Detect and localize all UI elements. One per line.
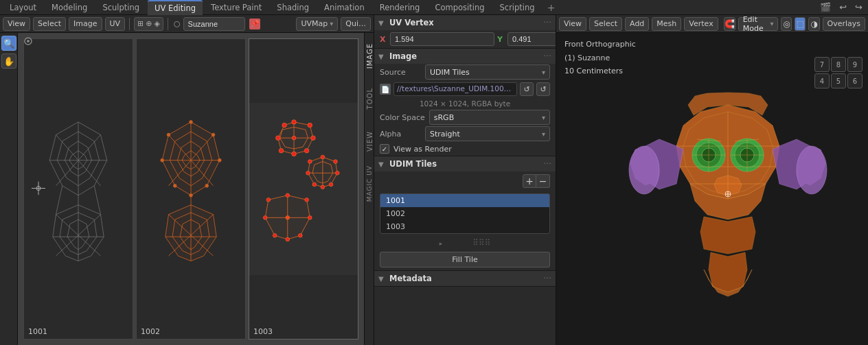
image-menu[interactable]: Image — [69, 17, 102, 31]
image-section-header[interactable]: ▼ Image ··· — [374, 49, 556, 64]
dropdown-arrow: ▾ — [542, 69, 545, 76]
svg-point-1 — [27, 40, 30, 43]
color-space-dropdown[interactable]: sRGB ▾ — [429, 110, 550, 125]
navigate-icon[interactable] — [23, 36, 34, 47]
3d-mesh-menu[interactable]: Mesh — [652, 17, 681, 31]
tile-1002[interactable]: 1002 — [136, 38, 246, 340]
file-path-field[interactable]: //textures\Suzanne_UDIM.1001.png — [393, 82, 517, 96]
tab-layout[interactable]: Layout — [3, 0, 43, 15]
tab-shading[interactable]: Shading — [270, 0, 316, 15]
uv-editor: View Select Image UV ⊞ ⊕ ◈ ○ 📌 UVMap ▾ — [0, 15, 374, 345]
scene-selector[interactable]: 🎬 — [817, 1, 834, 13]
properties-panel: ▼ UV Vertex ··· X Y ▼ Image ··· — [374, 15, 556, 345]
uv-menu[interactable]: UV — [105, 17, 126, 31]
viewport-shading-1[interactable]: ◎ — [781, 17, 792, 31]
zoom-tool[interactable]: 🔍 — [1, 36, 16, 51]
uv-magic-tab[interactable]: Magic UV — [365, 163, 374, 204]
edit-mode-select[interactable]: Edit Mode ▾ — [738, 17, 779, 31]
udim-item-1002[interactable]: 1002 — [380, 207, 549, 220]
alpha-dropdown[interactable]: Straight ▾ — [425, 126, 550, 141]
view3d-canvas[interactable]: Front Orthographic (1) Suzanne 10 Centim… — [556, 33, 868, 345]
source-row: Source UDIM Tiles ▾ — [374, 64, 556, 80]
numpad-5[interactable]: 5 — [831, 73, 846, 88]
svg-point-50 — [308, 123, 312, 128]
svg-point-64 — [335, 171, 339, 175]
3d-view-menu[interactable]: View — [559, 17, 586, 31]
uv-side-tabs: Image Tool View Magic UV — [364, 33, 374, 345]
source-dropdown[interactable]: UDIM Tiles ▾ — [425, 64, 550, 80]
pin-icon[interactable]: 📌 — [249, 19, 260, 29]
3d-snap-icon[interactable]: 🧲 — [724, 17, 735, 31]
add-workspace-button[interactable]: + — [543, 1, 560, 14]
udim-section-header[interactable]: ▼ UDIM Tiles ··· — [374, 156, 556, 171]
3d-vertex-menu[interactable]: Vertex — [684, 17, 718, 31]
numpad-9[interactable]: 9 — [847, 57, 863, 72]
view-type-icon: ⊞ — [137, 19, 144, 28]
undo-icon[interactable]: ↩ — [836, 1, 849, 13]
svg-point-99 — [629, 146, 659, 194]
redo-icon[interactable]: ↪ — [852, 1, 865, 13]
viewport-shading-2[interactable]: ⬚ — [795, 17, 806, 31]
uv-tool-tab[interactable]: Tool — [365, 78, 374, 119]
tab-animation[interactable]: Animation — [317, 0, 372, 15]
refresh-button[interactable]: ↺ — [536, 82, 550, 96]
uv-canvas[interactable]: 1001 — [18, 33, 364, 345]
udim-item-1001[interactable]: 1001 — [380, 194, 549, 207]
view-menu[interactable]: View — [3, 17, 30, 31]
reload-button[interactable]: ↺ — [520, 82, 534, 96]
tile-1003[interactable]: 1003 — [249, 38, 358, 340]
tab-uv-editing[interactable]: UV Editing — [148, 0, 203, 15]
y-coord: Y — [497, 32, 556, 46]
overlay-button[interactable]: Qui… — [341, 17, 371, 31]
right-panel: View Select Add Mesh Vertex 🧲 Edit Mode … — [556, 15, 868, 345]
3d-overlay-btn[interactable]: Overlays — [823, 17, 866, 31]
object-name-field[interactable] — [183, 17, 245, 31]
separator-1 — [129, 18, 130, 30]
udim-add-button[interactable]: + — [523, 174, 536, 188]
svg-point-78 — [273, 234, 277, 238]
svg-point-40 — [190, 193, 193, 197]
main-area: View Select Image UV ⊞ ⊕ ◈ ○ 📌 UVMap ▾ — [0, 15, 868, 345]
tab-sculpting[interactable]: Sculpting — [95, 0, 146, 15]
fill-tile-button[interactable]: Fill Tile — [380, 252, 550, 267]
cs-dropdown-arrow: ▾ — [542, 114, 545, 121]
view-as-render-checkbox[interactable] — [380, 144, 389, 154]
alpha-label: Alpha — [380, 130, 421, 139]
tab-modeling[interactable]: Modeling — [45, 0, 94, 15]
udim-remove-button[interactable]: − — [536, 174, 550, 188]
numpad-6[interactable]: 6 — [847, 73, 863, 88]
svg-point-43 — [167, 133, 170, 136]
select-menu[interactable]: Select — [33, 17, 66, 31]
numpad-8[interactable]: 8 — [831, 57, 846, 72]
metadata-collapse: ▼ — [378, 275, 387, 283]
metadata-header[interactable]: ▼ Metadata ··· — [374, 271, 556, 286]
tab-rendering[interactable]: Rendering — [373, 0, 427, 15]
numpad-4[interactable]: 4 — [814, 73, 830, 88]
viewport-shading-3[interactable]: ◑ — [808, 17, 819, 31]
tab-compositing[interactable]: Compositing — [428, 0, 491, 15]
y-value-input[interactable] — [507, 32, 556, 46]
tab-scripting[interactable]: Scripting — [493, 0, 542, 15]
svg-point-37 — [212, 133, 215, 136]
tab-texture-paint[interactable]: Texture Paint — [204, 0, 269, 15]
viewport-view-label: Front Orthographic — [564, 38, 636, 51]
svg-point-41 — [173, 185, 176, 188]
uv-vertex-section: ▼ UV Vertex ··· X Y — [374, 15, 556, 49]
svg-marker-102 — [700, 217, 755, 254]
svg-point-57 — [292, 136, 296, 140]
3d-add-menu[interactable]: Add — [625, 17, 649, 31]
uv-vertex-collapse: ▼ — [378, 19, 387, 27]
svg-point-55 — [276, 136, 281, 141]
tile-1001[interactable]: 1001 — [23, 38, 133, 340]
uv-vertex-header[interactable]: ▼ UV Vertex ··· — [374, 15, 556, 30]
svg-point-81 — [286, 216, 290, 220]
alpha-row: Alpha Straight ▾ — [374, 126, 556, 142]
pan-tool[interactable]: ✋ — [1, 53, 16, 69]
udim-item-1003[interactable]: 1003 — [380, 220, 549, 233]
uv-view-tab[interactable]: View — [365, 121, 374, 162]
3d-select-menu[interactable]: Select — [589, 17, 622, 31]
cursor-icon: ⊕ — [146, 19, 152, 28]
uv-image-tab[interactable]: Image — [365, 36, 374, 77]
numpad-7[interactable]: 7 — [814, 57, 830, 72]
x-value-input[interactable] — [390, 32, 494, 46]
